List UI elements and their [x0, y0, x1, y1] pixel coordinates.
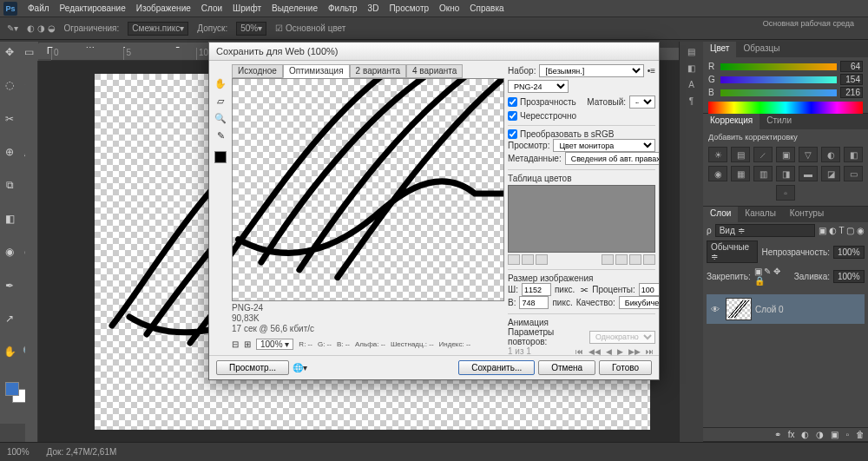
tool-preset-icon[interactable]: ✎▾: [7, 23, 18, 33]
hand-tool[interactable]: ✋: [0, 343, 19, 360]
heal-tool[interactable]: ⊕: [0, 143, 19, 161]
adj-hue-icon[interactable]: ◐: [821, 147, 840, 162]
menu-file[interactable]: Файл: [23, 2, 55, 15]
tab-paths[interactable]: Контуры: [783, 207, 831, 222]
metadata-dropdown[interactable]: Сведения об авт. правах и контакты: [565, 152, 659, 165]
format-dropdown[interactable]: PNG-24: [508, 80, 569, 93]
adj-mixer-icon[interactable]: ▦: [731, 166, 750, 181]
ct-icon[interactable]: [536, 254, 548, 265]
sample-color-swatch[interactable]: [214, 151, 227, 163]
eraser-tool[interactable]: ◧: [0, 210, 19, 227]
zoom-dropdown[interactable]: 100% ▾: [256, 339, 293, 350]
interlace-checkbox[interactable]: [508, 111, 517, 121]
value-b[interactable]: 216: [840, 87, 863, 98]
blend-mode-dropdown[interactable]: Обычные ≑: [707, 240, 758, 263]
matte-dropdown[interactable]: --: [629, 95, 655, 109]
menu-type[interactable]: Шрифт: [227, 2, 266, 15]
limit-dropdown[interactable]: Смежн.пикс ▾: [128, 22, 188, 36]
zoom-level[interactable]: 100%: [7, 447, 30, 457]
slider-r[interactable]: [720, 63, 837, 70]
tab-4up[interactable]: 4 варианта: [406, 64, 463, 78]
adj-exposure-icon[interactable]: ▣: [776, 147, 795, 162]
done-button[interactable]: Готово: [599, 360, 652, 375]
preview-button[interactable]: Просмотр...: [216, 360, 289, 375]
adj-vibrance-icon[interactable]: ▽: [799, 147, 818, 162]
menu-window[interactable]: Окно: [434, 2, 464, 15]
save-button[interactable]: Сохранить...: [458, 360, 535, 375]
preview-profile-dropdown[interactable]: Цвет монитора: [553, 139, 655, 152]
history-icon[interactable]: ▤: [687, 47, 695, 56]
adj-poster-icon[interactable]: ▬: [799, 166, 818, 181]
zoom-tool-icon[interactable]: 🔍: [214, 111, 227, 125]
menu-filter[interactable]: Фильтр: [323, 2, 363, 15]
layer-row[interactable]: 👁 Слой 0: [707, 294, 865, 324]
adj-curves-icon[interactable]: ⟋: [753, 147, 773, 162]
eyedropper-tool-icon[interactable]: ✎: [214, 128, 227, 142]
adj-selective-icon[interactable]: ▫: [776, 185, 795, 201]
ct-icon[interactable]: [602, 254, 614, 265]
paragraph-icon[interactable]: ¶: [689, 96, 694, 106]
fx-icon[interactable]: fx: [788, 430, 795, 439]
crop-tool[interactable]: ✂: [0, 110, 19, 128]
adj-levels-icon[interactable]: ▤: [731, 147, 750, 162]
tab-color[interactable]: Цвет: [703, 42, 736, 57]
slider-b[interactable]: [720, 89, 837, 96]
adj-brightness-icon[interactable]: ☀: [708, 147, 727, 162]
quality-dropdown[interactable]: Бикубическая: [619, 296, 659, 309]
mask-icon[interactable]: ◐: [801, 430, 809, 439]
adj-map-icon[interactable]: ▭: [844, 166, 863, 181]
tab-adjustments[interactable]: Коррекция: [703, 114, 760, 129]
ct-icon[interactable]: [615, 254, 628, 265]
properties-icon[interactable]: ◧: [687, 63, 695, 73]
tolerance-input[interactable]: 50% ▾: [236, 22, 266, 36]
tab-2up[interactable]: 2 варианта: [350, 64, 406, 78]
ct-icon[interactable]: [508, 254, 520, 265]
new-layer-icon[interactable]: ▫: [845, 430, 849, 439]
height-input[interactable]: [519, 296, 549, 309]
tab-original[interactable]: Исходное: [232, 64, 283, 78]
adj-invert-icon[interactable]: ◨: [776, 166, 795, 181]
blur-tool[interactable]: ◉: [0, 243, 19, 260]
move-tool[interactable]: ✥: [0, 43, 19, 61]
ct-icon[interactable]: [643, 254, 655, 265]
tab-channels[interactable]: Каналы: [738, 207, 783, 222]
menu-3d[interactable]: 3D: [363, 2, 385, 15]
pen-tool[interactable]: ✒: [0, 277, 19, 294]
workspace-switcher[interactable]: Основная рабочая среда: [763, 19, 854, 28]
opacity-input[interactable]: 100%: [833, 246, 865, 259]
menu-edit[interactable]: Редактирование: [55, 2, 131, 15]
zoom-out-icon[interactable]: ⊟: [232, 339, 239, 349]
slice-tool-icon[interactable]: ▱: [214, 94, 227, 108]
tab-styles[interactable]: Стили: [760, 114, 799, 129]
menu-view[interactable]: Просмотр: [384, 2, 434, 15]
layer-thumbnail[interactable]: [726, 298, 752, 320]
adj-threshold-icon[interactable]: ◪: [821, 166, 840, 181]
zoom-in-icon[interactable]: ⊞: [244, 339, 251, 349]
tab-layers[interactable]: Слои: [703, 207, 738, 222]
value-g[interactable]: 154: [840, 74, 863, 85]
adj-photo-filter-icon[interactable]: ◉: [708, 166, 727, 181]
slider-g[interactable]: [720, 76, 837, 83]
stamp-tool[interactable]: ⧉: [0, 176, 19, 194]
group-icon[interactable]: ▣: [831, 430, 838, 439]
layer-kind-dropdown[interactable]: Вид ≑: [715, 224, 815, 237]
menu-help[interactable]: Справка: [464, 2, 509, 15]
browser-icon[interactable]: 🌐▾: [293, 363, 307, 372]
link-icon[interactable]: ⚭: [774, 430, 781, 439]
character-icon[interactable]: A: [688, 80, 694, 89]
fill-input[interactable]: 100%: [833, 270, 865, 283]
hand-tool-icon[interactable]: ✋: [214, 76, 227, 90]
tab-optimized[interactable]: Оптимизация: [283, 64, 350, 78]
visibility-icon[interactable]: 👁: [708, 305, 722, 314]
menu-layers[interactable]: Слои: [196, 2, 227, 15]
cancel-button[interactable]: Отмена: [538, 360, 595, 375]
width-input[interactable]: [522, 283, 551, 296]
value-r[interactable]: 64: [840, 61, 863, 72]
marquee-tool[interactable]: ▭: [19, 43, 38, 61]
path-tool[interactable]: ↗: [0, 310, 19, 327]
transparency-checkbox[interactable]: [508, 97, 517, 107]
percent-input[interactable]: [639, 283, 659, 296]
srgb-checkbox[interactable]: [508, 129, 517, 139]
adj-lookup-icon[interactable]: ▥: [753, 166, 773, 181]
adj-bw-icon[interactable]: ◧: [844, 147, 863, 162]
